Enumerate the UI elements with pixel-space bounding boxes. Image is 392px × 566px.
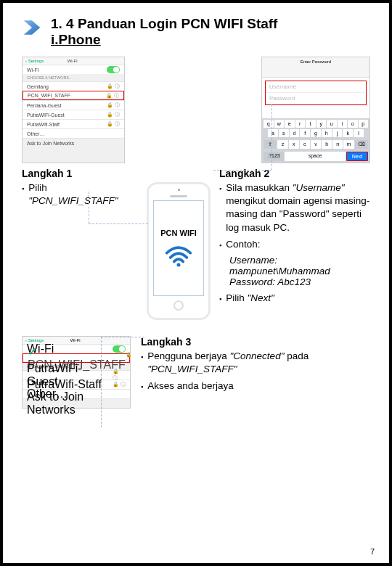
chevron-right-icon <box>22 17 42 38</box>
wifi-icon <box>164 245 193 268</box>
page-number: 7 <box>370 547 375 556</box>
connector-1b <box>89 223 148 224</box>
wifi-toggle-icon <box>107 66 120 73</box>
example-password: Password: Abc123 <box>229 276 370 287</box>
screenshot-step3: ‹ SettingsWi-Fi Wi-Fi ✓ PCN_WIFI_STAFF🔒 … <box>22 336 131 409</box>
example-username-label: Username: <box>229 255 370 266</box>
connector-3 <box>101 337 102 427</box>
middle-section: Langkah 1 Pilih "PCN_WIFI_STAFF" PCN WIF… <box>22 168 370 320</box>
connector-2 <box>213 170 271 171</box>
svg-marker-0 <box>24 20 40 35</box>
screenshot-row-top: ‹ SettingsWi-Fi Wi-Fi CHOOSE A NETWORK… … <box>22 57 370 163</box>
step1-list: Pilih "PCN_WIFI_STAFF" <box>22 181 138 208</box>
keyboard-row1: qwertyuiop <box>262 118 369 129</box>
header: 1. 4 Panduan Login PCN WIFI Staff i.Phon… <box>22 16 370 48</box>
screenshot-step2: Enter Password Username Password qwertyu… <box>261 57 370 163</box>
example-username-value: mampunet\Muhammad <box>229 266 370 276</box>
page-title: 1. 4 Panduan Login PCN WIFI Staff i.Phon… <box>51 16 277 48</box>
phone-label: PCN WIFI <box>160 229 197 237</box>
step3-title: Langkah 3 <box>141 336 370 348</box>
wifi-toggle-icon <box>113 345 126 353</box>
bottom-section: ‹ SettingsWi-Fi Wi-Fi ✓ PCN_WIFI_STAFF🔒 … <box>22 336 370 409</box>
screenshot-step1: ‹ SettingsWi-Fi Wi-Fi CHOOSE A NETWORK… … <box>22 57 125 163</box>
connector-1 <box>89 192 89 223</box>
step1-title: Langkah 1 <box>22 168 138 179</box>
connector-2b <box>271 104 272 170</box>
svg-point-1 <box>177 263 181 266</box>
connector-3b <box>101 337 144 337</box>
step3-list: Pengguna berjaya "Connected" pada "PCN_W… <box>141 350 370 393</box>
step2-list: Sila masukkan "Username" mengikut domain… <box>219 181 370 251</box>
next-key: Next <box>346 152 368 161</box>
phone-mockup: PCN WIFI <box>147 182 211 320</box>
page: 1. 4 Panduan Login PCN WIFI Staff i.Phon… <box>0 0 392 566</box>
